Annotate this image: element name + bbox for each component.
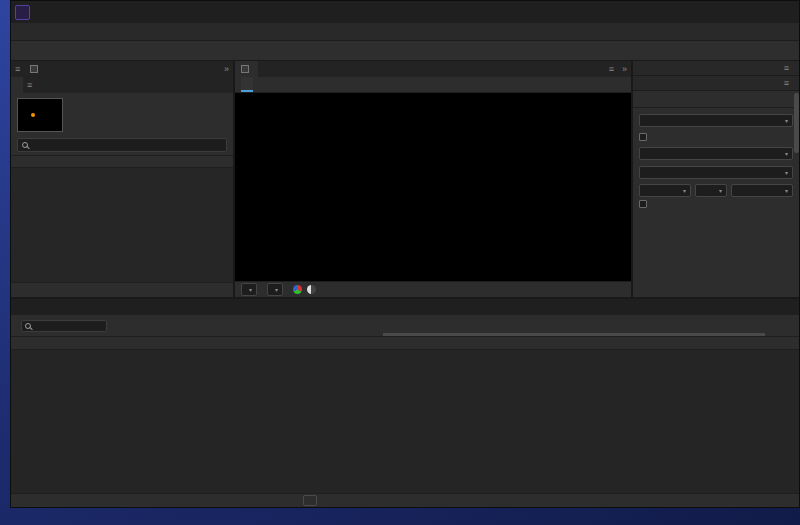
project-search-input[interactable] xyxy=(32,141,222,150)
caret-down-icon: ▾ xyxy=(785,150,788,157)
caret-down-icon: ▾ xyxy=(249,286,252,293)
play-from-dropdown[interactable]: ▾ xyxy=(639,166,793,179)
project-table-header xyxy=(11,155,233,168)
menu-bar xyxy=(11,23,799,41)
composition-panel: ≡ » ▾ ▾ xyxy=(235,61,631,297)
caret-down-icon: ▾ xyxy=(275,286,278,293)
search-icon xyxy=(22,142,28,148)
timeline-tab-row xyxy=(11,299,799,315)
project-panel: ≡ » ≡ xyxy=(11,61,233,297)
after-effects-window: ≡ » ≡ xyxy=(10,0,800,508)
composition-viewport[interactable] xyxy=(235,93,631,281)
timeline-panel xyxy=(11,299,799,507)
timeline-columns-left xyxy=(11,337,381,349)
timeline-search[interactable] xyxy=(21,320,107,332)
project-item-list xyxy=(11,168,233,282)
shortcut-dropdown[interactable]: ▾ xyxy=(639,114,793,127)
panel-menu-icon[interactable]: ≡ xyxy=(780,63,793,73)
project-search[interactable] xyxy=(17,138,227,152)
caret-down-icon: ▾ xyxy=(683,187,686,194)
view-options-dropdown[interactable]: ▾ xyxy=(267,283,283,296)
tab-project[interactable] xyxy=(11,77,23,93)
comp-panel-tab-row: ≡ » xyxy=(235,61,631,77)
timeline-rows xyxy=(11,350,799,493)
caret-down-icon: ▾ xyxy=(785,187,788,194)
search-icon xyxy=(25,323,31,329)
preview-panel-header[interactable]: ≡ xyxy=(633,76,799,91)
left-panel-tab-row-1: ≡ » xyxy=(11,61,233,77)
tab-overflow-icon[interactable]: » xyxy=(618,61,631,77)
project-item-preview xyxy=(11,93,233,137)
switches-modes-toggle[interactable] xyxy=(303,495,317,506)
timeline-footer xyxy=(11,493,799,507)
transport-controls xyxy=(633,91,799,108)
panel-menu-icon[interactable]: ≡ xyxy=(11,61,24,77)
exposure-icon[interactable] xyxy=(307,285,316,294)
footage-thumbnail xyxy=(17,98,63,132)
scrollbar[interactable] xyxy=(794,93,799,153)
magnification-dropdown[interactable]: ▾ xyxy=(241,283,257,296)
rgb-channels-icon[interactable] xyxy=(293,285,302,294)
timeline-column-headers xyxy=(11,337,799,350)
project-panel-footer xyxy=(11,282,233,297)
comp-navigator-chip[interactable] xyxy=(241,77,253,92)
timeline-columns-right xyxy=(381,337,799,349)
panel-icon xyxy=(241,65,249,73)
time-ruler[interactable] xyxy=(381,315,799,336)
skip-dropdown[interactable]: ▾ xyxy=(695,184,727,197)
timeline-search-input[interactable] xyxy=(34,322,103,329)
range-dropdown[interactable]: ▾ xyxy=(639,147,793,160)
panel-menu-icon[interactable]: ≡ xyxy=(23,77,36,93)
tab-overflow-icon[interactable]: » xyxy=(220,61,233,77)
checkbox-icon xyxy=(639,133,647,141)
toolbar xyxy=(11,41,799,61)
preview-panel: ≡ ≡ ▾ xyxy=(633,61,799,297)
tab-composition[interactable] xyxy=(235,61,258,77)
audio-panel-header[interactable]: ≡ xyxy=(633,61,799,76)
left-panel-tab-row-2: ≡ xyxy=(11,77,233,93)
panel-icon xyxy=(30,65,38,73)
caret-down-icon: ▾ xyxy=(785,117,788,124)
app-icon xyxy=(15,5,30,20)
framerate-skip-resolution: ▾ ▾ ▾ xyxy=(639,182,793,197)
comp-navigator-row xyxy=(235,77,631,93)
caret-down-icon: ▾ xyxy=(785,169,788,176)
preview-settings: ▾ ▾ ▾ xyxy=(633,108,799,297)
desktop: ≡ » ≡ xyxy=(0,0,800,525)
cache-before-playback-checkbox[interactable] xyxy=(639,133,793,141)
workspace: ≡ » ≡ xyxy=(11,61,799,297)
panel-menu-icon[interactable]: ≡ xyxy=(780,78,793,88)
thumbnail-dot xyxy=(31,113,35,117)
caret-down-icon: ▾ xyxy=(719,187,722,194)
tab-effect-controls[interactable] xyxy=(24,61,47,77)
resolution-dropdown[interactable]: ▾ xyxy=(731,184,793,197)
work-area-bar[interactable] xyxy=(383,333,765,336)
checkbox-icon xyxy=(639,200,647,208)
fullscreen-checkbox[interactable] xyxy=(639,200,793,208)
title-bar xyxy=(11,1,799,23)
timeline-header xyxy=(11,315,799,337)
comp-bottom-toolbar: ▾ ▾ xyxy=(235,281,631,297)
panel-menu-icon[interactable]: ≡ xyxy=(605,61,618,77)
timeline-header-left xyxy=(11,315,381,336)
framerate-dropdown[interactable]: ▾ xyxy=(639,184,691,197)
